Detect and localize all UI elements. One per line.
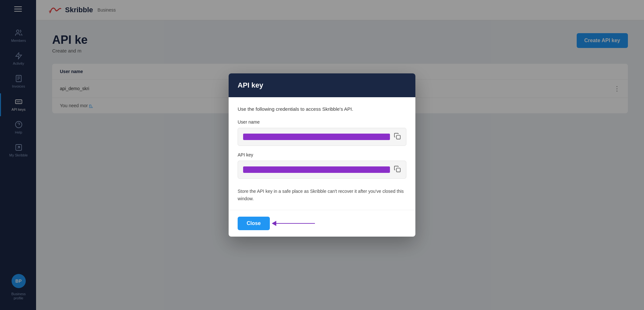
username-field-box <box>238 128 406 146</box>
username-copy-button[interactable] <box>394 133 401 141</box>
apikey-field-box <box>238 161 406 179</box>
username-field-label: User name <box>238 119 406 125</box>
username-value-bar <box>243 134 390 140</box>
warning-text: Store the API key in a safe place as Skr… <box>238 185 406 202</box>
modal-header: API key <box>229 73 415 97</box>
modal-title: API key <box>238 81 406 89</box>
api-key-modal: API key Use the following credentials to… <box>229 73 415 237</box>
arrow-head <box>272 221 276 226</box>
arrow-indicator <box>276 223 315 224</box>
close-button[interactable]: Close <box>238 217 270 230</box>
apikey-value-bar <box>243 166 390 173</box>
modal-description: Use the following credentials to access … <box>238 106 406 112</box>
modal-overlay[interactable]: API key Use the following credentials to… <box>0 0 644 310</box>
arrow-line <box>276 223 315 224</box>
apikey-copy-button[interactable] <box>394 165 401 174</box>
modal-footer: Close <box>229 210 415 237</box>
modal-body: Use the following credentials to access … <box>229 97 415 210</box>
svg-rect-13 <box>396 135 400 139</box>
svg-rect-14 <box>396 168 400 172</box>
apikey-field-label: API key <box>238 152 406 157</box>
